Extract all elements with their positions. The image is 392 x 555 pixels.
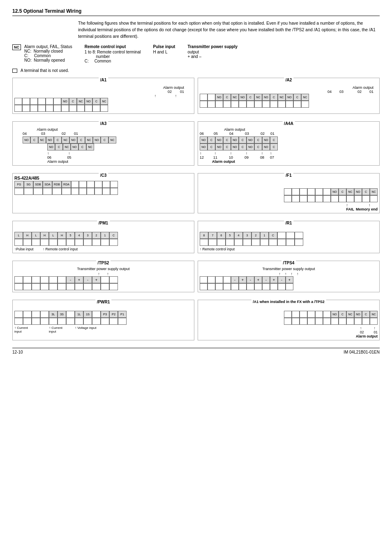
pwr1-diagram: /PWR1 3L 3S 1L 1S P3 P2 P1 [12,300,194,340]
tps2-top-row: - + - + [14,276,192,283]
tps4-diagram: /TPS4 Transmitter power supply output ↑ … [198,261,380,292]
legend-transmitter-block: Transmitter power supply output + and – [187,44,238,59]
f1-fail-memory: FAIL Memory end [200,207,378,211]
pm1-top-row: L H L H L H 5 4 3 2 1 C [14,232,192,239]
a3-bottom-label: ↑ ↑ 06 05 Alarm output [47,151,192,164]
tps2-bottom-row [14,283,192,290]
r1-diagram: /R1 8 7 6 5 4 3 2 1 C [198,221,380,253]
tps2-diagram: /TPS2 Transmitter power supply output ↑ … [12,261,194,292]
row6-diagrams: /PWR1 3L 3S 1L 1S P3 P2 P1 [12,300,380,344]
intro-paragraph: The following figures show the terminal … [78,20,380,39]
r1-bottom-row [200,239,378,246]
a1-fx-tps2-title: /A1 when installed in the FX with a /TPS… [251,300,326,304]
row4-diagrams: /PM1 L H L H L H 5 4 3 2 1 C [12,221,380,257]
pwr1-bottom-row [14,318,192,325]
a3-diagram: /A3 Alarm output 04 03 02 01 NO C NC NO … [12,121,194,166]
a4a-bot-row: NO C NO C NO C NO C NO C [200,143,378,150]
c3-bottom-row [14,188,192,195]
pm1-diagram: /PM1 L H L H L H 5 4 3 2 1 C [12,221,194,253]
section-header: 12.5 Optional Terminal Wiring [12,8,380,16]
page-number: 12-10 [12,350,23,354]
nc-badge: NC [12,44,21,50]
a2-diagram: /A2 Alarm output 04030201 NO C NC NO C N… [198,78,380,114]
tps4-top-label: Transmitter power supply output [200,267,378,271]
c3-terminal-labels: FG SG SDB SDA RDB RDA [14,181,192,188]
tps4-title: /TPS4 [281,261,296,265]
tps2-arrow-row: ↑ ↑ [14,272,192,276]
a1-fx-tps2-bottom-row [200,318,378,325]
a2-bottom-row [200,101,378,108]
a1-title: /A1 [99,78,108,82]
a1-fx-tps2-top-row: NO C NC NO C NC [200,311,378,318]
legend-alarm-text: Alarm output, FAIL, Status NC: Normally … [24,44,72,62]
r1-label: ↑ Remote control input [200,247,378,251]
a2-title: /A2 [284,78,294,82]
f1-top-row: NO C NC NO C NC [200,188,378,195]
a3-top-row: NO C NC NO C NC NO C NC NO C NC [23,136,192,143]
legend-nc-block: NC Alarm output, FAIL, Status NC: Normal… [12,44,72,62]
legend-remote-block: Remote control input 1 to 8: Remote cont… [85,44,141,63]
row1-diagrams: /A1 Alarm output 0201 ↑ ↑ NO C NC NO C [12,78,380,117]
tps4-top-row: - + - + - + - + [200,276,378,283]
legend-area: NC Alarm output, FAIL, Status NC: Normal… [12,44,380,63]
pwr1-title: /PWR1 [95,300,112,304]
f1-diagram: /F1 NO C NC NO C NC [198,173,380,213]
c3-diagram: /C3 RS-422A/485 FG SG SDB SDA RDB RDA [12,173,194,213]
unused-terminal-legend: A terminal that is not used. [12,68,380,73]
row5-diagrams: /TPS2 Transmitter power supply output ↑ … [12,261,380,296]
a2-alarm-label: Alarm output 04030201 [200,86,374,94]
r1-title: /R1 [284,221,294,225]
f1-bottom-row [200,195,378,202]
a1-fx-tps2-diagram: /A1 when installed in the FX with a /TPS… [198,300,380,340]
pm1-bottom-row [14,239,192,246]
row3-diagrams: /C3 RS-422A/485 FG SG SDB SDA RDB RDA [12,173,380,217]
r1-top-row: 8 7 6 5 4 3 2 1 C [200,232,378,239]
a4a-title: /A4A [282,121,295,126]
a3-alarm-label: Alarm output 04 03 02 01 [23,127,192,136]
pwr1-labels: ↑ Currentinput ↑ Currentinput ↑ Voltage … [14,326,192,333]
a1-fx-tps2-labels: ↑02 ↑01 [200,326,378,334]
a1-diagram: /A1 Alarm output 0201 ↑ ↑ NO C NC NO C [12,78,194,114]
a3-mid-row: NO C NC NO C NC [47,143,192,150]
pm1-labels: ↑Pulse input ↑ Remote control input [14,247,192,251]
tps2-top-label: Transmitter power supply output [14,267,192,271]
page-footer: 12-10 IM 04L21B01-01EN [12,348,380,354]
tps2-title: /TPS2 [96,261,111,265]
a1-alarm-label: Alarm output 0201 [14,86,184,94]
legend-pulse-block: Pulse input H and L [153,44,175,54]
c3-title: /C3 [99,173,108,178]
section-title: 12.5 Optional Terminal Wiring [12,8,81,14]
a4a-diagram: /A4A Alarm output 06 05 04 03 02 01 NO C… [198,121,380,166]
unused-terminal-icon [12,69,17,73]
a4a-top-row: NO C NO C NO C NO C NO C [200,136,378,143]
f1-title: /F1 [284,173,293,178]
pwr1-top-row: 3L 3S 1L 1S P3 P2 P1 [14,311,192,318]
tps4-arrow-row: ↑ ↑ ↑ ↑ [200,272,378,276]
a4a-alarm-label-top: Alarm output 06 05 04 03 02 01 [200,127,378,136]
a3-title: /A3 [99,121,108,126]
row2-diagrams: /A3 Alarm output 04 03 02 01 NO C NC NO … [12,121,380,169]
a2-top-row: NO C NC NO C NC NO C NC NO C NC [200,94,378,101]
a1-bottom-row [14,105,192,112]
doc-id: IM 04L21B01-01EN [344,350,380,354]
a1-fx-tps2-alarm-label: Alarm output [200,334,378,338]
f1-labels: ↑ ↑ [200,203,378,207]
a1-top-row: NO C NC NO C NC [14,98,192,105]
tps4-bottom-row [200,283,378,290]
a4a-bottom-label: ↑ ↑ ↑ ↑ ↑ ↑ 12 11 10 09 08 07 Alarm outp… [200,151,378,164]
pm1-title: /PM1 [97,221,110,225]
